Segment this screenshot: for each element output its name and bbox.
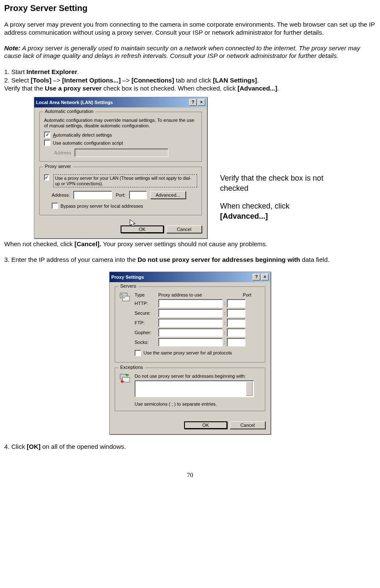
callout-1: Verify that the check box is not checked bbox=[220, 173, 343, 194]
figure-1-callouts: Verify that the check box is not checked… bbox=[220, 173, 343, 222]
close-button-2[interactable]: × bbox=[261, 274, 269, 280]
server-label-secure: Secure: bbox=[135, 310, 158, 316]
after1-c: Your proxy server settings should not ca… bbox=[101, 240, 267, 247]
figure-1-wrap: Local Area Network (LAN) Settings ? × Au… bbox=[4, 97, 376, 239]
gopher-address-input[interactable] bbox=[158, 328, 223, 337]
help-button-2[interactable]: ? bbox=[253, 274, 260, 280]
note-paragraph: Note: A proxy server is generally used t… bbox=[4, 44, 376, 60]
dialog-title: Local Area Network (LAN) Settings bbox=[36, 100, 188, 105]
step-2-verify: Verify that the Use a proxy server check… bbox=[4, 84, 376, 93]
step-4-b: [OK] bbox=[27, 443, 41, 450]
step-3-b: Do not use proxy server for addresses be… bbox=[138, 256, 300, 263]
step-2v-b: Use a proxy server bbox=[45, 85, 102, 92]
callout-2: When checked, click [Advanced...] bbox=[220, 201, 343, 222]
socks-address-input[interactable] bbox=[158, 338, 223, 346]
secure-address-input[interactable] bbox=[158, 309, 223, 317]
autoscript-address-input bbox=[74, 148, 168, 157]
proxy-port-input[interactable] bbox=[129, 191, 147, 199]
http-address-input[interactable] bbox=[158, 299, 223, 308]
socks-port-input[interactable] bbox=[227, 338, 245, 346]
cancel-button[interactable]: Cancel bbox=[166, 225, 202, 233]
step-4-c: on all of the opened windows. bbox=[41, 443, 126, 450]
step-2v-a: Verify that the bbox=[4, 85, 45, 92]
dialog-titlebar-2: Proxy Settings ? × bbox=[110, 272, 270, 282]
steps-block: 1. Start Internet Explorer. 2. Select [T… bbox=[4, 68, 376, 93]
step-4-a: 4. Click bbox=[4, 443, 27, 450]
proxy-server-legend: Proxy server bbox=[43, 164, 73, 169]
step-2-b3: [Connections] bbox=[132, 77, 174, 84]
dialog-title-2: Proxy Settings bbox=[111, 275, 252, 280]
server-row-ftp: FTP: : bbox=[135, 319, 261, 327]
address-label: Address bbox=[54, 150, 71, 155]
step-2v-c: check box is not checked. When checked, … bbox=[102, 85, 237, 92]
help-button[interactable]: ? bbox=[189, 99, 197, 106]
server-row-http: HTTP: : bbox=[135, 299, 261, 308]
step-1-pre: 1. Start bbox=[4, 68, 27, 75]
step-1-post: . bbox=[77, 68, 79, 75]
auto-config-text: Automatic configuration may override man… bbox=[44, 118, 197, 129]
server-label-ftp: FTP: bbox=[135, 320, 158, 325]
step-2v-d: [Advanced...] bbox=[237, 85, 277, 92]
same-proxy-checkbox[interactable] bbox=[135, 350, 141, 356]
step-2-c3: tab and click bbox=[174, 77, 213, 84]
step-2-a: 2. Select bbox=[4, 77, 31, 84]
cursor-icon bbox=[129, 219, 138, 228]
step-1-bold: Internet Explorer bbox=[27, 68, 77, 75]
cancel-button-2[interactable]: Cancel bbox=[230, 421, 265, 429]
ftp-port-input[interactable] bbox=[227, 319, 245, 327]
page-title: Proxy Server Setting bbox=[4, 3, 376, 13]
exceptions-icon bbox=[118, 372, 131, 385]
step-2-c2: –> bbox=[121, 77, 131, 84]
ok-button[interactable]: OK bbox=[121, 225, 164, 233]
use-proxy-label: Use a proxy server for your LAN (These s… bbox=[53, 174, 197, 187]
http-port-input[interactable] bbox=[227, 299, 245, 308]
exceptions-legend: Exceptions bbox=[118, 365, 145, 370]
step-4: 4. Click [OK] on all of the opened windo… bbox=[4, 443, 376, 451]
exceptions-textarea[interactable] bbox=[135, 380, 254, 397]
server-row-secure: Secure: : bbox=[135, 309, 261, 317]
ok-button-2[interactable]: OK bbox=[184, 421, 227, 429]
bypass-local-checkbox[interactable] bbox=[52, 203, 58, 209]
step-2-c4: . bbox=[257, 77, 259, 84]
exceptions-group: Exceptions Do not use proxy server for a… bbox=[115, 368, 265, 411]
exceptions-note: Use semicolons ( ; ) to separate entries… bbox=[135, 401, 261, 407]
server-label-socks: Socks: bbox=[135, 340, 158, 345]
advanced-button[interactable]: Advanced... bbox=[150, 191, 186, 199]
proxy-port-label: Port: bbox=[116, 192, 125, 198]
callout-2-b: [Advanced...] bbox=[220, 212, 268, 220]
proxy-server-group: Proxy server Use a proxy server for your… bbox=[39, 167, 202, 215]
intro-paragraph: A proxy server may prevent you from conn… bbox=[4, 21, 376, 37]
secure-port-input[interactable] bbox=[227, 309, 245, 317]
step-3: 3. Enter the IP address of your camera i… bbox=[4, 256, 376, 264]
proxy-address-label: Address: bbox=[52, 192, 70, 198]
lan-settings-dialog: Local Area Network (LAN) Settings ? × Au… bbox=[34, 97, 207, 239]
after1-a: When not checked, click bbox=[4, 240, 74, 247]
dialog-titlebar: Local Area Network (LAN) Settings ? × bbox=[34, 97, 207, 107]
same-proxy-label: Use the same proxy server for all protoc… bbox=[143, 350, 232, 355]
close-button[interactable]: × bbox=[198, 99, 205, 106]
gopher-port-input[interactable] bbox=[227, 328, 245, 337]
autodetect-label: AAutomatically detect settingsutomatical… bbox=[53, 132, 112, 137]
head-addr: Proxy address to use bbox=[158, 292, 230, 297]
svg-marker-0 bbox=[130, 220, 135, 227]
autoscript-checkbox[interactable] bbox=[44, 140, 50, 146]
proxy-settings-dialog: Proxy Settings ? × Servers Type Proxy ad… bbox=[109, 272, 271, 434]
servers-legend: Servers bbox=[118, 283, 138, 289]
figure-2-wrap: Proxy Settings ? × Servers Type Proxy ad… bbox=[4, 272, 376, 434]
server-row-gopher: Gopher: : bbox=[135, 328, 261, 337]
proxy-address-input[interactable] bbox=[73, 191, 112, 199]
use-proxy-checkbox[interactable] bbox=[44, 174, 49, 181]
server-row-socks: Socks: : bbox=[135, 338, 261, 346]
after-fig1-text: When not checked, click [Cancel]. Your p… bbox=[4, 240, 376, 248]
head-port: Port bbox=[230, 292, 251, 297]
automatic-config-group: Automatic configuration Automatic config… bbox=[39, 112, 202, 162]
ftp-address-input[interactable] bbox=[158, 319, 223, 327]
note-body: A proxy server is generally used to main… bbox=[4, 44, 360, 60]
callout-2-a: When checked, click bbox=[220, 202, 289, 210]
autodetect-checkbox[interactable] bbox=[44, 132, 50, 138]
step-2-b2: [Internet Options...] bbox=[62, 77, 121, 84]
step-2-c1: –> bbox=[51, 77, 62, 84]
exceptions-label: Do not use proxy server for addresses be… bbox=[135, 374, 261, 379]
step-3-a: 3. Enter the IP address of your camera i… bbox=[4, 256, 138, 263]
step-3-c: data field. bbox=[300, 256, 329, 263]
